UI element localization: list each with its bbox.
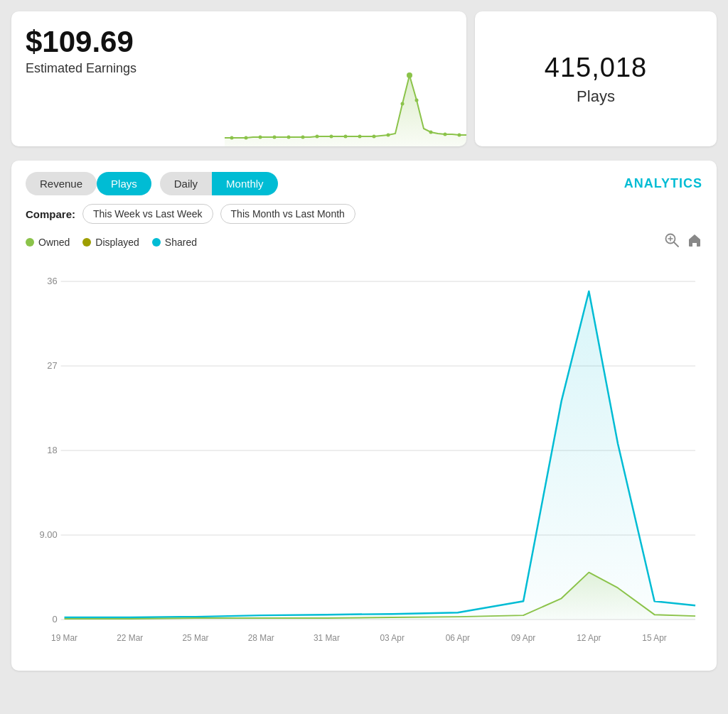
svg-point-10 xyxy=(358,135,362,139)
svg-text:27: 27 xyxy=(47,360,57,371)
svg-text:0: 0 xyxy=(52,614,57,624)
svg-text:03 Apr: 03 Apr xyxy=(380,633,404,643)
analytics-title: ANALYTICS xyxy=(624,176,702,191)
svg-line-20 xyxy=(674,242,678,247)
svg-point-16 xyxy=(429,131,433,134)
svg-text:9.00: 9.00 xyxy=(40,529,58,540)
shared-dot xyxy=(152,238,161,247)
period-tab-group: Daily Monthly xyxy=(160,172,278,195)
chart-svg: 36 27 18 9.00 0 19 Mar 22 Mar 25 Mar 28 … xyxy=(26,259,702,656)
compare-this-month[interactable]: This Month vs Last Month xyxy=(220,204,355,224)
svg-point-4 xyxy=(273,136,277,139)
plays-count: 415,018 xyxy=(545,53,647,83)
compare-this-week[interactable]: This Week vs Last Week xyxy=(82,204,213,224)
zoom-icon[interactable] xyxy=(664,232,680,251)
tabs-row: Revenue Plays Daily Monthly ANALYTICS xyxy=(26,172,702,195)
svg-text:19 Mar: 19 Mar xyxy=(51,633,77,643)
svg-text:09 Apr: 09 Apr xyxy=(511,633,535,643)
svg-point-17 xyxy=(444,133,447,136)
plays-card: 415,018 Plays xyxy=(475,11,717,146)
svg-point-13 xyxy=(401,102,405,106)
compare-label: Compare: xyxy=(26,208,75,220)
legend-items: Owned Displayed Shared xyxy=(26,237,197,248)
type-tab-group: Revenue Plays xyxy=(26,172,151,195)
svg-point-15 xyxy=(415,99,419,102)
svg-point-3 xyxy=(259,136,262,139)
svg-point-7 xyxy=(316,135,319,139)
displayed-dot xyxy=(82,238,91,247)
legend-owned: Owned xyxy=(26,237,70,248)
svg-point-2 xyxy=(245,136,248,140)
earnings-card: $109.69 Estimated Earnings xyxy=(11,11,466,146)
svg-text:18: 18 xyxy=(47,445,57,455)
svg-point-12 xyxy=(387,134,390,137)
compare-row: Compare: This Week vs Last Week This Mon… xyxy=(26,204,702,224)
legend-row: Owned Displayed Shared xyxy=(26,232,702,251)
svg-point-14 xyxy=(407,72,412,78)
tab-monthly[interactable]: Monthly xyxy=(212,172,278,195)
svg-text:22 Mar: 22 Mar xyxy=(117,633,143,643)
legend-shared: Shared xyxy=(152,237,197,248)
chart-icon-tools xyxy=(664,232,702,251)
analytics-panel: Revenue Plays Daily Monthly ANALYTICS Co… xyxy=(11,161,717,671)
svg-text:36: 36 xyxy=(47,276,57,286)
displayed-label: Displayed xyxy=(95,237,139,248)
svg-text:25 Mar: 25 Mar xyxy=(182,633,208,643)
svg-text:06 Apr: 06 Apr xyxy=(446,633,470,643)
svg-point-1 xyxy=(230,136,234,140)
svg-point-9 xyxy=(344,135,348,139)
shared-label: Shared xyxy=(165,237,197,248)
svg-point-5 xyxy=(287,136,291,139)
svg-point-18 xyxy=(458,134,461,137)
svg-text:12 Apr: 12 Apr xyxy=(577,633,601,643)
owned-label: Owned xyxy=(38,237,70,248)
svg-point-8 xyxy=(330,135,333,139)
svg-point-11 xyxy=(373,135,376,139)
sparkline-chart xyxy=(225,61,466,146)
tab-revenue[interactable]: Revenue xyxy=(26,172,97,195)
home-icon[interactable] xyxy=(687,232,702,251)
svg-point-6 xyxy=(301,136,305,139)
tab-plays[interactable]: Plays xyxy=(97,172,151,195)
top-cards: $109.69 Estimated Earnings xyxy=(11,11,717,146)
svg-text:15 Apr: 15 Apr xyxy=(642,633,666,643)
svg-text:28 Mar: 28 Mar xyxy=(248,633,274,643)
tabs-left: Revenue Plays Daily Monthly xyxy=(26,172,278,195)
main-chart: 36 27 18 9.00 0 19 Mar 22 Mar 25 Mar 28 … xyxy=(26,259,702,656)
owned-dot xyxy=(26,238,34,247)
tab-daily[interactable]: Daily xyxy=(160,172,212,195)
svg-marker-43 xyxy=(65,291,696,620)
svg-text:31 Mar: 31 Mar xyxy=(314,633,340,643)
plays-label: Plays xyxy=(577,87,615,106)
earnings-amount: $109.69 xyxy=(26,26,452,58)
legend-displayed: Displayed xyxy=(82,237,139,248)
